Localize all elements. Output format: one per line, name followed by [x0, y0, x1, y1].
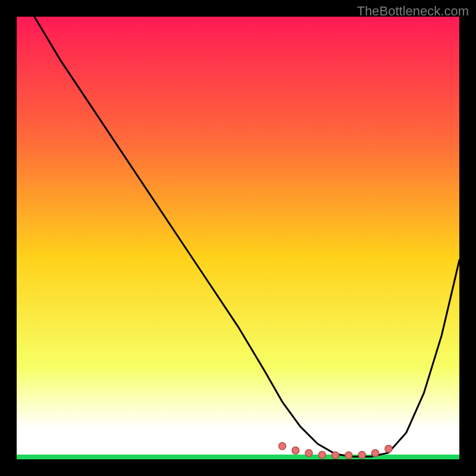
optimal-dot [305, 450, 312, 457]
optimal-dot [292, 447, 299, 454]
svg-rect-0 [17, 17, 459, 455]
chart-container: TheBottleneck.com [0, 0, 476, 476]
optimal-dot [332, 452, 339, 459]
plot-area [17, 17, 459, 459]
optimal-dot [345, 452, 352, 459]
optimal-dot [358, 452, 365, 459]
optimal-dot [372, 450, 379, 457]
svg-rect-1 [17, 455, 459, 459]
chart-svg [17, 17, 459, 459]
optimal-dot [318, 452, 325, 459]
optimal-dot [278, 443, 286, 450]
optimal-dot [385, 445, 392, 452]
